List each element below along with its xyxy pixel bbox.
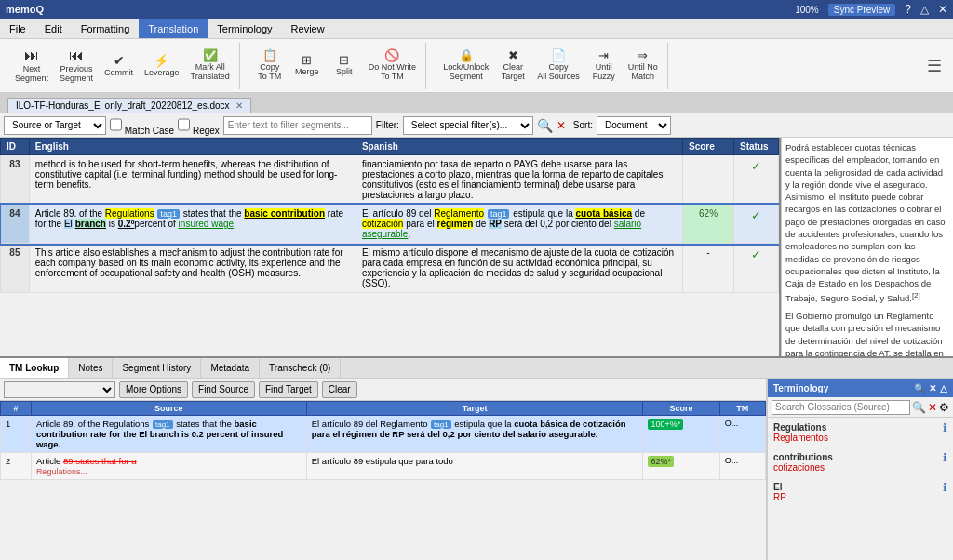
tm-row[interactable]: 2 Article 89 states that for a Regulatio…: [1, 453, 766, 480]
english-col-header: English: [29, 139, 356, 155]
tab-tm-lookup[interactable]: TM Lookup: [0, 358, 69, 378]
lock-unlock-button[interactable]: 🔒 Lock/UnlockSegment: [439, 47, 492, 84]
term-source: contributions: [773, 452, 833, 462]
help-icon[interactable]: ?: [905, 3, 911, 16]
term-settings-btn[interactable]: ⚙: [939, 401, 949, 414]
score-cell: [683, 155, 734, 205]
tm-tm-header: TM: [719, 402, 765, 416]
score-cell: 62%: [683, 205, 734, 244]
table-row[interactable]: 85 This article also establishes a mecha…: [1, 244, 779, 293]
menu-formatting[interactable]: Formatting: [72, 19, 140, 38]
table-row[interactable]: 84 Article 89. of the Regulations tag1 s…: [1, 205, 779, 244]
menu-file[interactable]: File: [0, 19, 35, 38]
menu-translation[interactable]: Translation: [139, 19, 208, 38]
sort-label: Sort:: [573, 120, 593, 130]
until-no-match-button[interactable]: ⇒ Until NoMatch: [624, 47, 662, 84]
term-info-icon[interactable]: ℹ: [943, 451, 947, 464]
tm-source-cell: Article 89. of the Regulations tag1 stat…: [31, 416, 306, 453]
commit-button[interactable]: ✔ Commit: [101, 52, 137, 80]
spanish-col-header: Spanish: [356, 139, 682, 155]
term-target: cotizaciones: [773, 462, 947, 473]
score-col-header: Score: [683, 139, 734, 155]
term-source: Regulations: [773, 422, 826, 433]
tm-target-cell: El artículo 89 estipula que para todo: [306, 453, 643, 480]
term-search-icon[interactable]: 🔍: [914, 383, 925, 393]
tm-select[interactable]: [4, 381, 115, 398]
search-button[interactable]: 🔍: [537, 118, 553, 133]
until-fuzzy-button[interactable]: ⇥ UntilFuzzy: [587, 47, 621, 84]
filter-text-input[interactable]: [223, 116, 372, 135]
minimize-icon[interactable]: △: [920, 3, 929, 16]
more-options-button[interactable]: More Options: [119, 381, 188, 398]
hamburger-menu[interactable]: ☰: [921, 56, 947, 76]
source-or-target-select[interactable]: Source or Target: [4, 116, 106, 135]
copy-to-tm-button[interactable]: 📋 CopyTo TM: [253, 47, 287, 84]
next-segment-button[interactable]: ⏭ NextSegment: [11, 47, 52, 86]
doc-tab-close[interactable]: ✕: [235, 100, 243, 111]
tm-num: 2: [1, 453, 32, 480]
tm-score-cell: 100+%*: [643, 416, 719, 453]
match-case-checkbox[interactable]: [110, 115, 122, 134]
tm-target-cell: El artículo 89 del Reglamento tag1 estip…: [306, 416, 643, 453]
tm-num: 1: [1, 416, 32, 453]
clear-tm-button[interactable]: Clear: [322, 381, 357, 398]
terminology-header: Terminology: [773, 383, 828, 393]
sort-select[interactable]: Document: [597, 116, 671, 135]
tab-notes[interactable]: Notes: [69, 358, 113, 378]
term-clear-btn[interactable]: ✕: [928, 401, 937, 414]
sync-preview-button[interactable]: Sync Preview: [828, 4, 896, 16]
close-icon[interactable]: ✕: [938, 3, 947, 16]
status-cell: ✓: [734, 205, 779, 244]
mark-all-translated-button[interactable]: ✅ Mark AllTranslated: [187, 47, 234, 84]
menu-review[interactable]: Review: [282, 19, 334, 38]
split-button[interactable]: ⊟ Split: [328, 52, 361, 79]
clear-filter-button[interactable]: ✕: [557, 119, 566, 132]
find-target-button[interactable]: Find Target: [259, 381, 318, 398]
do-not-write-tm-button[interactable]: 🚫 Do Not WriteTo TM: [365, 47, 420, 84]
score-cell: -: [683, 244, 734, 293]
term-item[interactable]: El ℹ RP: [768, 477, 953, 507]
term-item[interactable]: Regulations ℹ Reglamentos: [768, 418, 953, 447]
status-col-header: Status: [734, 139, 779, 155]
english-cell[interactable]: method is to be used for short-term bene…: [29, 155, 356, 205]
term-info-icon[interactable]: ℹ: [943, 481, 947, 494]
regex-label: Regex: [178, 115, 220, 136]
clear-target-button[interactable]: ✖ ClearTarget: [496, 47, 530, 84]
term-settings-icon[interactable]: ✕: [929, 383, 936, 393]
term-info-icon[interactable]: ℹ: [943, 421, 947, 434]
status-cell: ✓: [734, 155, 779, 205]
table-row[interactable]: 83 method is to be used for short-term b…: [1, 155, 779, 205]
spanish-cell[interactable]: El mismo artículo dispone el mecanismo d…: [356, 244, 682, 293]
zoom-level: 100%: [795, 5, 819, 15]
leverage-button[interactable]: ⚡ Leverage: [141, 52, 183, 80]
term-item[interactable]: contributions ℹ cotizaciones: [768, 447, 953, 477]
document-tab[interactable]: ILO-TF-Honduras_El only_draft_20220812_e…: [7, 98, 251, 113]
regex-checkbox[interactable]: [178, 115, 190, 134]
merge-button[interactable]: ⊞ Merge: [290, 52, 324, 79]
row-id: 83: [1, 155, 30, 205]
menu-terminology[interactable]: Terminology: [208, 19, 281, 38]
special-filter-select[interactable]: Select special filter(s)...: [403, 116, 533, 135]
menu-edit[interactable]: Edit: [35, 19, 72, 38]
tm-target-header: Target: [306, 402, 643, 416]
row-id: 85: [1, 244, 30, 293]
tm-row[interactable]: 1 Article 89. of the Regulations tag1 st…: [1, 416, 766, 453]
tm-source-cell: Article 89 states that for a Regulations…: [31, 453, 306, 480]
spanish-cell[interactable]: financiamiento por tasa de reparto o PAY…: [356, 155, 682, 205]
english-cell[interactable]: This article also establishes a mechanis…: [29, 244, 356, 293]
term-target: RP: [773, 492, 947, 502]
tm-source-header: Source: [31, 402, 306, 416]
find-source-button[interactable]: Find Source: [192, 381, 255, 398]
tab-metadata[interactable]: Metadata: [201, 358, 260, 378]
tab-transcheck[interactable]: Transcheck (0): [260, 358, 341, 378]
row-id: 84: [1, 205, 30, 244]
copy-all-sources-button[interactable]: 📄 CopyAll Sources: [533, 47, 584, 84]
english-cell[interactable]: Article 89. of the Regulations tag1 stat…: [29, 205, 356, 244]
term-search-input[interactable]: [772, 400, 910, 415]
match-case-label: Match Case: [110, 115, 174, 136]
tab-segment-history[interactable]: Segment History: [113, 358, 201, 378]
term-search-btn[interactable]: 🔍: [912, 401, 926, 414]
previous-segment-button[interactable]: ⏮ PreviousSegment: [56, 47, 97, 86]
spanish-cell[interactable]: El artículo 89 del Reglamento tag1 estip…: [356, 205, 682, 244]
term-close-icon[interactable]: △: [940, 383, 947, 393]
